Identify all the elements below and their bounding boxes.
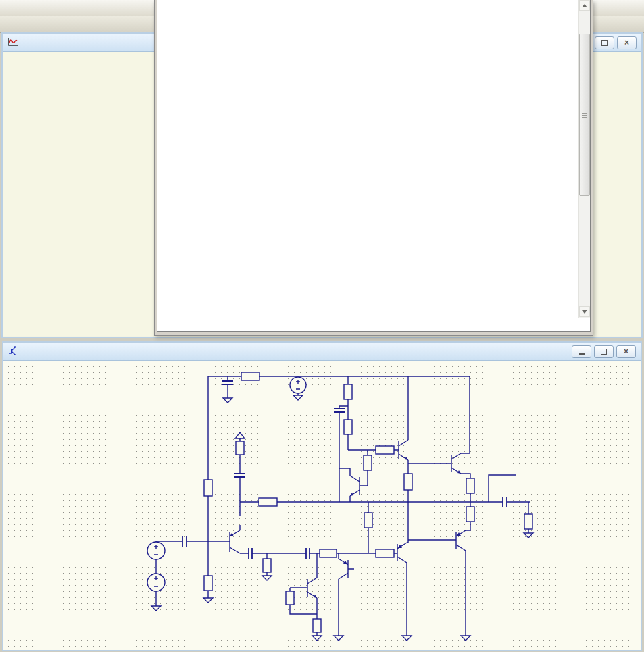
schematic-canvas[interactable] [3,361,641,650]
schematic-close-button[interactable]: × [616,345,636,358]
schematic-icon [8,346,18,357]
dialog-scrollbar[interactable] [578,0,590,318]
schematic-window-titlebar[interactable]: × [3,343,641,361]
fourier-text-area[interactable] [157,0,591,332]
schematic-components [147,372,533,641]
fourier-dialog [154,0,593,336]
scroll-down-button[interactable] [579,306,590,317]
scrollbar-thumb[interactable] [579,34,590,196]
waveform-restore-button[interactable] [595,36,614,49]
schematic-drawing [3,361,641,650]
divider [157,9,590,9]
schematic-minimize-button[interactable] [572,345,591,358]
scroll-up-button[interactable] [579,0,590,11]
ltspice-app: × [0,0,644,652]
waveform-close-button[interactable]: × [617,36,637,49]
schematic-window: × [2,341,642,651]
schematic-wires [156,376,530,636]
schematic-restore-button[interactable] [594,345,614,358]
waveform-icon [7,37,18,49]
